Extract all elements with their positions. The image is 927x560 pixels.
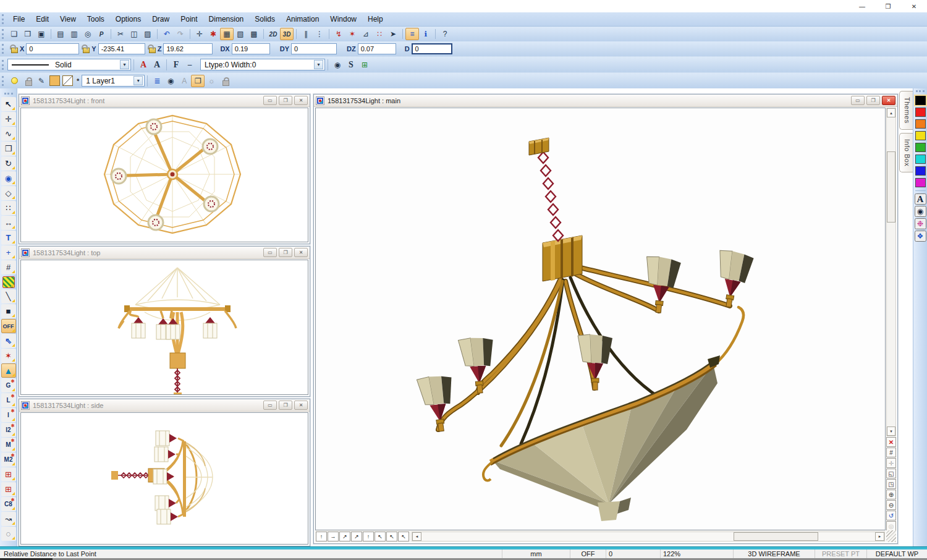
viewport-split-icon[interactable]: ▧ [234,28,247,40]
snap-middle[interactable]: M [1,438,16,452]
y-input[interactable]: -235.41 [98,43,145,54]
ortho-icon[interactable]: ⋮ [313,28,326,40]
viewport-quad-icon[interactable]: ▩ [247,28,261,40]
lock-x-icon[interactable] [11,48,18,53]
toolbar-grip[interactable] [2,29,5,39]
array-icon[interactable]: ∷ [373,28,386,40]
color-swatch-green[interactable] [915,143,926,152]
maximize-viewport-button[interactable]: ❐ [279,401,292,410]
layer-on-bulb-button[interactable] [7,75,21,87]
resize-grip[interactable] [886,530,896,542]
viewport-window-top[interactable]: 1581317534Light : top ▭ ❐ ✕ [19,246,310,397]
paste-icon[interactable]: ▨ [141,28,154,40]
snap-grid[interactable]: G [1,378,16,392]
view-direction-button[interactable]: ↖ [375,532,386,541]
axes-icon[interactable]: ↯ [332,28,345,40]
info-icon[interactable]: ℹ [419,28,433,40]
front-view-canvas[interactable] [20,108,308,242]
grid-icon[interactable]: # [886,448,896,457]
line-tool[interactable]: ╲ [1,289,16,303]
menu-item[interactable]: Options [110,14,146,25]
quick-snap-tool[interactable]: ✶ [1,349,16,363]
view-direction-button[interactable]: → [328,532,339,541]
snap-circle[interactable]: ◌ [1,527,16,541]
window-title-bar[interactable]: 1581317534Light : main ▭ ❐ ✕ [314,95,897,107]
viewport-single-icon[interactable]: ▦ [220,28,234,40]
snap-mode-toggle[interactable]: ▲ [1,363,16,378]
menu-item[interactable]: Draw [146,14,175,25]
layer-clipboard-icon[interactable]: ❐ [191,75,205,87]
context-help-icon[interactable]: ? [438,28,452,40]
x-input[interactable]: 0 [26,43,79,54]
rotate-tool[interactable]: ↻ [1,156,16,171]
menu-item[interactable]: Tools [82,14,110,25]
minimize-viewport-button[interactable]: ▭ [851,96,865,105]
d-input[interactable]: 0 [412,43,452,54]
hatch-tool[interactable] [2,276,15,288]
hide-tool-icon[interactable]: ◉ [331,59,344,71]
text-style-icon[interactable]: A [915,193,926,205]
solids-tool[interactable]: ❒ [1,142,16,156]
color-by-layer-icon[interactable]: ❖ [915,231,926,242]
color-swatch-orange[interactable] [915,119,926,129]
units-indicator[interactable]: mm [502,549,570,558]
horizontal-scrollbar[interactable]: ◂ ▸ [412,532,885,541]
array-tool[interactable]: ∷ [1,201,16,215]
layer-edit-button[interactable]: ✎ [35,75,48,87]
node-tool[interactable]: # [1,260,16,274]
menu-item[interactable]: Help [362,14,389,25]
menu-item[interactable]: Animation [281,14,324,25]
restore-window-button[interactable]: ❐ [875,0,901,12]
circle-tool[interactable]: ◉ [1,171,16,185]
menu-item[interactable]: File [7,14,30,25]
point-tool[interactable]: + [1,245,16,260]
snap-center[interactable]: C8 [1,497,16,511]
move-tool[interactable]: ✛ [1,112,16,126]
print-preview-icon[interactable]: ▥ [67,28,81,40]
zoom-previous-icon[interactable]: ↺ [886,511,896,520]
menu-item[interactable]: Edit [30,14,54,25]
color-swatch-red[interactable] [915,108,926,117]
entity-list-icon[interactable]: ≡ [405,28,419,40]
close-viewport-button[interactable]: ✕ [294,248,308,257]
vertical-scroll-thumb[interactable] [887,151,895,223]
menu-item[interactable]: Dimension [203,14,250,25]
font-style-button[interactable]: A [150,59,164,71]
viewport-window-front[interactable]: 1581317534Light : front ▭ ❐ ✕ [19,94,310,244]
menu-item[interactable]: Solids [249,14,281,25]
visibility-icon[interactable]: ◉ [915,206,926,217]
polygon-tool[interactable]: ◇ [1,186,16,200]
zoom-window-icon[interactable]: ◱ [886,469,896,478]
polyline-tool[interactable]: ∿ [1,127,16,141]
zoom-level-indicator[interactable]: 122% [660,549,733,558]
palette-icon[interactable]: ❉ [915,218,926,229]
close-viewport-button[interactable]: ✕ [882,96,895,105]
zoom-in-icon[interactable]: ⊕ [886,490,896,499]
scroll-left-button[interactable]: ◂ [412,532,421,541]
snap-intersection-2[interactable]: I2 [1,423,16,437]
save-icon[interactable]: ▣ [35,28,48,40]
menu-item[interactable]: Window [324,14,362,25]
toolbar-grip[interactable] [916,90,925,93]
preset-point-indicator[interactable]: PRESET PT [815,549,866,558]
vertical-scrollbar[interactable]: ▴ ▾ [886,108,896,436]
maximize-viewport-button[interactable]: ❐ [279,96,292,105]
open-file-icon[interactable]: ❒ [21,28,35,40]
zoom-extents-icon[interactable]: ◳ [886,479,896,489]
layer-color-swatch[interactable] [49,75,60,86]
window-title-bar[interactable]: 1581317534Light : side ▭ ❐ ✕ [19,399,310,412]
color-swatch-yellow[interactable] [915,131,926,140]
symbol-s-icon[interactable]: S [344,59,358,71]
toolbar-grip[interactable] [4,93,13,95]
lock-y-icon[interactable] [83,48,90,53]
new-file-icon[interactable]: ❏ [7,28,21,40]
maximize-viewport-button[interactable]: ❐ [866,96,880,105]
dz-input[interactable]: 0.07 [358,43,396,54]
minimize-viewport-button[interactable]: ▭ [263,401,277,410]
setsquare-icon[interactable]: ⊿ [359,28,373,40]
ltype-width-select[interactable]: Ltype:0 Width:0 ▾ [200,59,325,70]
layer-select[interactable]: 1 Layer1 ▾ [82,75,145,87]
dx-input[interactable]: 0.19 [232,43,270,54]
toolbar-grip[interactable] [2,14,5,24]
page-search-icon[interactable]: ◎ [81,28,95,40]
